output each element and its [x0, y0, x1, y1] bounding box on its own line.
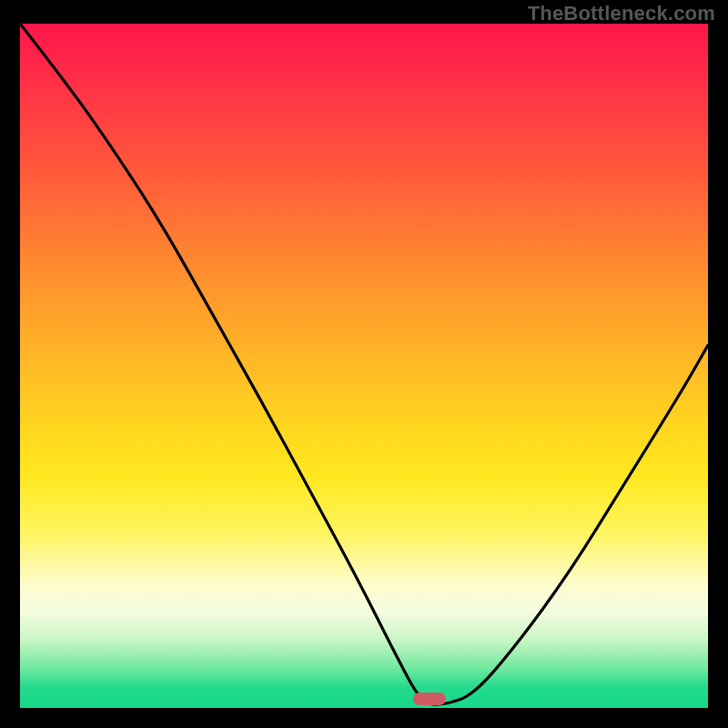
bottleneck-curve-path	[20, 24, 708, 704]
optimal-marker	[413, 693, 446, 705]
plot-area	[20, 24, 708, 708]
chart-frame: TheBottleneck.com	[0, 0, 728, 728]
watermark-text: TheBottleneck.com	[528, 2, 715, 25]
curve-layer	[20, 24, 708, 708]
